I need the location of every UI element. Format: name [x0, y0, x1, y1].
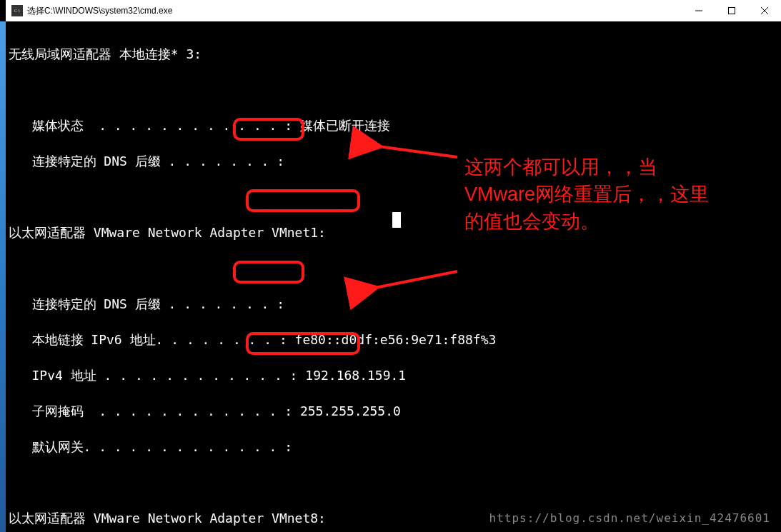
svg-rect-1 [729, 8, 735, 14]
output-line: 媒体状态 . . . . . . . . . . . . : 媒体已断开连接 [9, 116, 780, 134]
minimize-button[interactable] [682, 0, 715, 21]
close-button[interactable] [748, 0, 781, 21]
output-line: IPv4 地址 . . . . . . . . . . . . : 192.16… [9, 366, 780, 384]
output-line: 默认网关. . . . . . . . . . . . . : [9, 438, 780, 456]
text-cursor [392, 212, 401, 228]
output-line: 本地链接 IPv6 地址. . . . . . . . : fe80::d0df… [9, 331, 780, 348]
watermark: https://blog.csdn.net/weixin_42476601 [489, 511, 770, 525]
console-output[interactable]: 无线局域网适配器 本地连接* 3: 媒体状态 . . . . . . . . .… [7, 21, 781, 532]
cmd-icon: C:\ [11, 5, 23, 16]
output-line: 子网掩码 . . . . . . . . . . . . : 255.255.2… [9, 402, 780, 420]
left-edge-strip [0, 21, 6, 532]
annotation-text: 这两个都可以用，，当 VMware网络重置后，，这里 的值也会变动。 [464, 154, 750, 235]
output-line: 连接特定的 DNS 后缀 . . . . . . . : [9, 295, 780, 313]
output-line [9, 259, 780, 277]
output-line [9, 473, 780, 491]
output-line: 无线局域网适配器 本地连接* 3: [9, 45, 780, 63]
output-line [9, 81, 780, 99]
window-titlebar[interactable]: C:\ 选择C:\WINDOWS\system32\cmd.exe [6, 0, 781, 21]
window-title: 选择C:\WINDOWS\system32\cmd.exe [27, 5, 682, 17]
maximize-button[interactable] [715, 0, 748, 21]
